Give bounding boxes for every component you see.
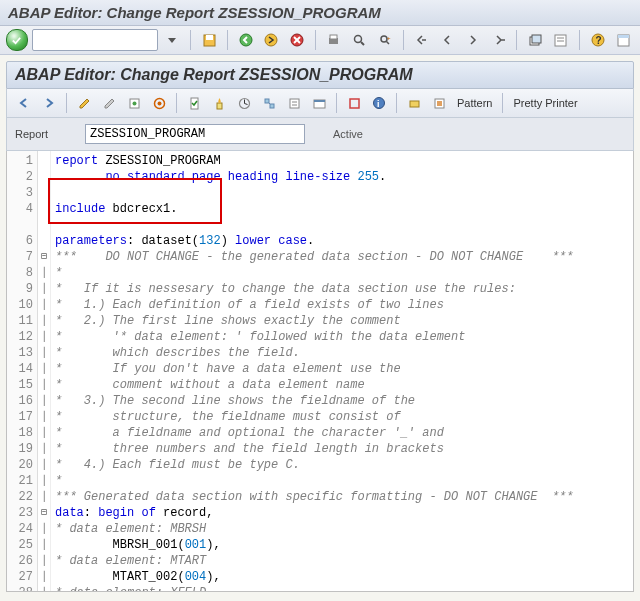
svg-line-35	[269, 103, 270, 104]
pattern-icon[interactable]	[428, 92, 450, 114]
system-toolbar: + ?	[0, 26, 640, 55]
help-icon[interactable]: ?	[587, 29, 609, 51]
where-used-icon[interactable]	[258, 92, 280, 114]
svg-text:+: +	[387, 35, 391, 41]
dropdown-icon[interactable]	[162, 29, 184, 51]
nav-window-icon[interactable]	[308, 92, 330, 114]
svg-point-10	[354, 35, 361, 42]
svg-rect-41	[350, 99, 359, 108]
svg-rect-16	[532, 35, 541, 43]
enhance-icon[interactable]	[148, 92, 170, 114]
find-next-icon[interactable]: +	[374, 29, 396, 51]
back-icon[interactable]	[235, 29, 257, 51]
print-icon[interactable]	[323, 29, 345, 51]
other-object-icon[interactable]	[123, 92, 145, 114]
svg-point-4	[265, 34, 277, 46]
next-page-icon[interactable]	[462, 29, 484, 51]
svg-line-13	[386, 41, 389, 44]
nav-forward-icon[interactable]	[38, 92, 60, 114]
svg-text:?: ?	[595, 35, 601, 46]
report-name-input[interactable]	[85, 124, 305, 144]
svg-rect-2	[206, 35, 213, 40]
prev-page-icon[interactable]	[437, 29, 459, 51]
pattern-button[interactable]: Pattern	[453, 97, 496, 109]
last-page-icon[interactable]	[488, 29, 510, 51]
object-list-icon[interactable]	[283, 92, 305, 114]
test-icon[interactable]	[233, 92, 255, 114]
svg-point-25	[132, 101, 136, 105]
pretty-printer-button[interactable]: Pretty Printer	[509, 97, 581, 109]
editor-title: ABAP Editor: Change Report ZSESSION_PROG…	[6, 61, 634, 89]
svg-line-32	[244, 103, 247, 104]
svg-rect-44	[410, 101, 419, 107]
svg-line-11	[361, 42, 364, 45]
command-field[interactable]	[32, 29, 158, 51]
check-icon[interactable]	[183, 92, 205, 114]
application-toolbar: i Pattern Pretty Printer	[6, 89, 634, 118]
nav-back-icon[interactable]	[13, 92, 35, 114]
svg-point-27	[157, 101, 161, 105]
svg-rect-40	[314, 100, 325, 102]
line-gutter: 1234678910111213141516171819202122232425…	[7, 151, 38, 591]
shortcut-icon[interactable]	[550, 29, 572, 51]
fold-column[interactable]: ⊟│││││││││││││││⊟│││││	[38, 151, 51, 591]
breakpoint-icon[interactable]	[403, 92, 425, 114]
status-label: Active	[333, 128, 363, 140]
layout-icon[interactable]	[612, 29, 634, 51]
code-area[interactable]: report ZSESSION_PROGRAM no standard page…	[51, 151, 633, 591]
new-session-icon[interactable]	[524, 29, 546, 51]
exit-icon[interactable]	[261, 29, 283, 51]
svg-rect-34	[270, 104, 274, 108]
svg-rect-29	[217, 103, 222, 109]
enter-button[interactable]	[6, 29, 28, 51]
display-change-icon[interactable]	[73, 92, 95, 114]
svg-rect-33	[265, 99, 269, 103]
svg-rect-9	[330, 35, 337, 39]
svg-rect-36	[290, 99, 299, 108]
find-icon[interactable]	[349, 29, 371, 51]
code-editor[interactable]: 1234678910111213141516171819202122232425…	[6, 151, 634, 592]
svg-point-3	[240, 34, 252, 46]
help-app-icon[interactable]: i	[368, 92, 390, 114]
first-page-icon[interactable]	[411, 29, 433, 51]
report-label: Report	[15, 128, 75, 140]
svg-text:i: i	[377, 99, 380, 109]
svg-marker-0	[168, 38, 176, 43]
window-title: ABAP Editor: Change Report ZSESSION_PROG…	[0, 0, 640, 26]
report-row: Report Active	[6, 118, 634, 151]
svg-rect-23	[618, 35, 629, 38]
cancel-icon[interactable]	[286, 29, 308, 51]
fullscreen-icon[interactable]	[343, 92, 365, 114]
save-icon[interactable]	[198, 29, 220, 51]
activate-icon[interactable]	[208, 92, 230, 114]
svg-rect-46	[437, 101, 442, 106]
active-inactive-icon[interactable]	[98, 92, 120, 114]
